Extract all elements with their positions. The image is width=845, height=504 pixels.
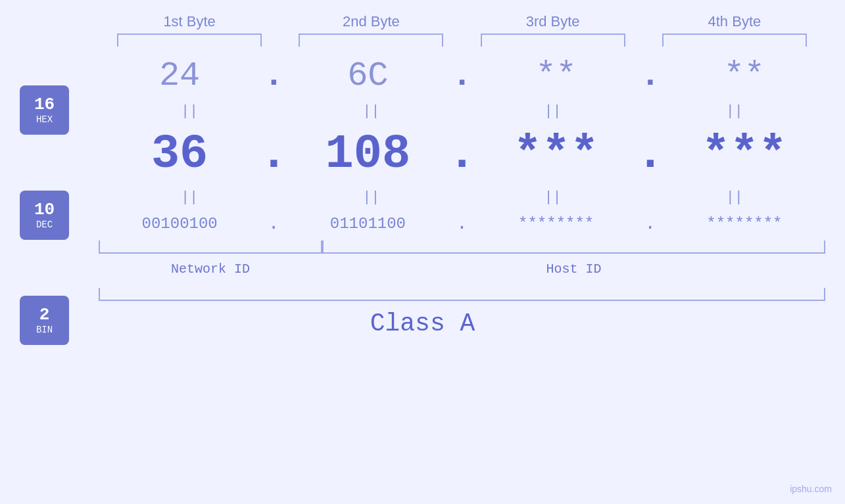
dec-byte2: 108 [287,127,448,181]
bin-row-wrapper: 00100100 . 01101100 . ******** . *******… [0,214,845,234]
hex-data-row: 24 . 6C . ** . ** [99,57,825,95]
hex-badge: 16 HEX [20,85,69,135]
bin-data-row: 00100100 . 01101100 . ******** . *******… [99,214,825,234]
hex-dot1: . [260,59,287,93]
bin-byte1: 00100100 [99,215,260,233]
host-id-label: Host ID [322,262,825,277]
bin-dot1: . [260,214,287,234]
byte1-header: 1st Byte [117,13,262,30]
hex-byte3: ** [475,57,637,95]
eq-row-1: || || || || [0,98,845,125]
outer-bracket-row [0,288,845,304]
bin-number: 2 [39,306,50,325]
bin-byte4: ******** [664,215,825,233]
hex-row-wrapper: 24 . 6C . ** . ** [0,57,845,95]
bin-label: BIN [36,325,53,335]
dec-byte3: *** [475,127,637,181]
dec-dot3: . [637,127,664,181]
dec-byte1: 36 [99,127,260,181]
id-labels: Network ID Host ID [0,262,845,281]
dec-dot1: . [260,127,287,181]
bracket-top-3 [481,34,625,47]
dec-row-wrapper: 36 . 108 . *** . *** [0,127,845,181]
dec-badge: 10 DEC [20,191,69,240]
eq-signs-1: || || || || [99,98,825,125]
hex-dot3: . [637,59,664,93]
eq-row-2: || || || || [0,184,845,211]
bottom-brackets [0,241,845,260]
hex-number: 16 [34,95,55,114]
dec-byte4: *** [664,127,825,181]
byte3-header: 3rd Byte [481,13,625,30]
bracket-top-4 [662,34,807,47]
outer-bracket [99,288,825,301]
dec-dot2: . [449,127,475,181]
eq-signs-2: || || || || [99,184,825,211]
dec-number: 10 [34,200,55,219]
top-brackets [0,34,845,47]
network-id-label: Network ID [99,262,322,277]
bin-byte3: ******** [475,215,637,233]
hex-label: HEX [36,114,53,125]
bracket-top-1 [117,34,262,47]
bin-byte2: 01101100 [287,215,448,233]
network-bracket [99,241,322,254]
host-bracket [322,241,825,254]
byte2-header: 2nd Byte [299,13,443,30]
hex-byte2: 6C [287,57,448,95]
bin-dot2: . [449,214,475,234]
watermark: ipshu.com [790,484,832,494]
bin-dot3: . [637,214,664,234]
hex-byte4: ** [664,57,825,95]
dec-label: DEC [36,219,53,230]
byte4-header: 4th Byte [662,13,807,30]
bracket-top-2 [299,34,443,47]
dec-data-row: 36 . 108 . *** . *** [99,127,825,181]
hex-byte1: 24 [99,57,260,95]
main-container: 1st Byte 2nd Byte 3rd Byte 4th Byte 16 H… [0,0,845,504]
hex-dot2: . [449,59,475,93]
byte-headers: 1st Byte 2nd Byte 3rd Byte 4th Byte [0,0,845,30]
class-label: Class A [0,309,845,338]
base-labels: 16 HEX 10 DEC 2 BIN [20,85,69,345]
